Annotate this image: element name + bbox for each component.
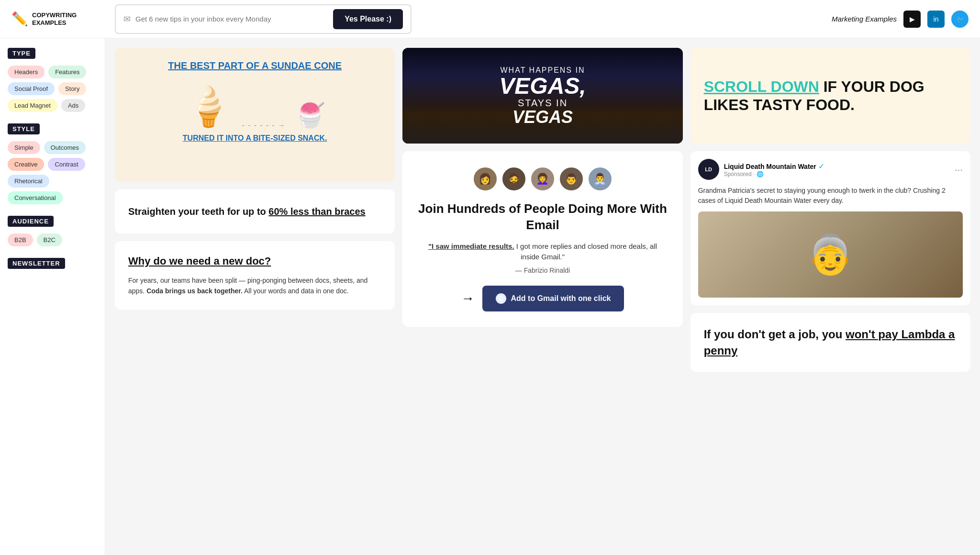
- ld-header: LD Liquid Death Mountain Water ✓ Sponsor…: [698, 159, 963, 180]
- testimonial-italic: "I saw immediate results.: [428, 242, 514, 250]
- style-label: STYLE: [8, 123, 40, 134]
- twitter-icon[interactable]: 🐦: [951, 11, 969, 28]
- tag-contrast[interactable]: Contrast: [48, 158, 85, 171]
- add-to-gmail-button[interactable]: G Add to Gmail with one click: [482, 286, 624, 311]
- small-cone-icon: 🍧: [295, 101, 325, 129]
- email-heading: Join Hundreds of People Doing More With …: [418, 201, 667, 233]
- tag-b2c[interactable]: B2C: [37, 233, 62, 246]
- teeth-card: Straighten your teeth for up to 60% less…: [115, 189, 395, 233]
- yes-please-button[interactable]: Yes Please :): [333, 9, 403, 29]
- tag-lead-magnet[interactable]: Lead Magnet: [8, 99, 57, 112]
- avatar-3: 👩‍🦱: [530, 166, 555, 191]
- audience-filter-group: AUDIENCE B2B B2C: [8, 216, 97, 246]
- email-signup-card: 👩 🧔 👩‍🦱 👨 👨‍💼 Join Hundreds of People Do…: [402, 151, 682, 327]
- newsletter-bar: ✉ Yes Please :): [115, 4, 412, 34]
- tag-rhetorical[interactable]: Rhetorical: [8, 175, 49, 188]
- tag-creative[interactable]: Creative: [8, 158, 44, 171]
- grandma-icon: 👵: [806, 232, 854, 277]
- tag-b2b[interactable]: B2B: [8, 233, 33, 246]
- gmail-icon: G: [496, 293, 506, 304]
- ld-avatar: LD: [698, 159, 719, 180]
- avatar-1: 👩: [473, 166, 498, 191]
- page-wrapper: ✏️ COPYWRITING EXAMPLES ✉ Yes Please :) …: [0, 0, 980, 555]
- tag-features[interactable]: Features: [48, 66, 86, 78]
- ld-more-icon[interactable]: ···: [955, 164, 963, 175]
- ld-name-row: Liquid Death Mountain Water ✓: [724, 162, 825, 171]
- header-right: Marketing Examples ▶ in 🐦: [832, 11, 969, 28]
- vegas-text: WHAT HAPPENS IN VEGAS, STAYS IN VEGAS: [490, 56, 595, 135]
- newsletter-label: NEWSLETTER: [8, 258, 65, 269]
- liquid-death-card: LD Liquid Death Mountain Water ✓ Sponsor…: [690, 151, 970, 305]
- doc-title: Why do we need a new doc?: [128, 255, 381, 268]
- vegas-stays2: VEGAS: [499, 109, 586, 126]
- icecream-headline: THE BEST PART OF A SUNDAE CONE: [168, 59, 342, 72]
- vegas-card: WHAT HAPPENS IN VEGAS, STAYS IN VEGAS: [402, 48, 682, 144]
- avatar-5: 👨‍💼: [588, 166, 612, 191]
- tag-ads[interactable]: Ads: [61, 99, 85, 112]
- avatars-group: 👩 🧔 👩‍🦱 👨 👨‍💼: [473, 166, 612, 191]
- ld-info: Liquid Death Mountain Water ✓ Sponsored …: [724, 162, 825, 178]
- vegas-big: VEGAS,: [499, 75, 586, 98]
- testimonial-attribution: — Fabrizio Rinaldi: [515, 266, 570, 274]
- testimonial-text: "I saw immediate results. I got more rep…: [418, 241, 667, 263]
- audience-tags: B2B B2C: [8, 233, 97, 246]
- type-filter-group: TYPE Headers Features Social Proof Story…: [8, 48, 97, 112]
- youtube-icon[interactable]: ▶: [903, 11, 921, 28]
- tag-conversational[interactable]: Conversational: [8, 191, 63, 204]
- big-cone-icon: 🍦: [185, 84, 233, 129]
- brand-name: Marketing Examples: [832, 15, 897, 23]
- column-1: THE BEST PART OF A SUNDAE CONE 🍦 - - - -…: [115, 48, 395, 545]
- tag-headers[interactable]: Headers: [8, 66, 45, 78]
- tag-simple[interactable]: Simple: [8, 141, 40, 154]
- logo-area: ✏️ COPYWRITING EXAMPLES: [11, 11, 107, 27]
- type-tags: Headers Features Social Proof Story Lead…: [8, 66, 97, 112]
- tag-social-proof[interactable]: Social Proof: [8, 82, 55, 95]
- arrow-icon: →: [461, 291, 475, 306]
- icecream-visual: 🍦 - - - - - - → 🍧: [185, 84, 325, 129]
- doc-card: Why do we need a new doc? For years, our…: [115, 241, 395, 310]
- teeth-text: Straighten your teeth for up to 60% less…: [128, 205, 381, 218]
- avatar-4: 👨: [559, 166, 584, 191]
- audience-label: AUDIENCE: [8, 216, 54, 227]
- tag-story[interactable]: Story: [58, 82, 86, 95]
- vegas-background: WHAT HAPPENS IN VEGAS, STAYS IN VEGAS: [402, 48, 682, 144]
- avatar-2: 🧔: [501, 166, 526, 191]
- doc-body: For years, our teams have been split — p…: [128, 275, 381, 297]
- dog-card: SCROLL DOWN IF YOUR DOG LIKES TASTY FOOD…: [690, 48, 970, 144]
- logo-text: COPYWRITING EXAMPLES: [32, 11, 77, 26]
- linkedin-icon[interactable]: in: [927, 11, 945, 28]
- newsletter-input[interactable]: [135, 15, 328, 23]
- header: ✏️ COPYWRITING EXAMPLES ✉ Yes Please :) …: [0, 0, 980, 38]
- ld-text: Grandma Patricia's secret to staying you…: [698, 186, 963, 206]
- dog-text: SCROLL DOWN IF YOUR DOG LIKES TASTY FOOD…: [704, 78, 957, 114]
- column-3: SCROLL DOWN IF YOUR DOG LIKES TASTY FOOD…: [690, 48, 970, 545]
- sidebar: TYPE Headers Features Social Proof Story…: [0, 38, 105, 555]
- ld-name: Liquid Death Mountain Water: [724, 163, 816, 170]
- ld-sponsored: Sponsored · 🌐: [724, 171, 825, 178]
- pencil-icon: ✏️: [11, 11, 28, 27]
- arrow-cta: → G Add to Gmail with one click: [461, 286, 624, 311]
- style-tags: Simple Outcomes Creative Contrast Rhetor…: [8, 141, 97, 204]
- lambda-text: If you don't get a job, you won't pay La…: [704, 326, 957, 358]
- icecream-card: THE BEST PART OF A SUNDAE CONE 🍦 - - - -…: [115, 48, 395, 182]
- ld-image: 👵: [698, 211, 963, 298]
- scroll-down-text: SCROLL DOWN: [704, 78, 819, 95]
- lambda-underline: won't pay Lambda a penny: [704, 328, 955, 357]
- icecream-subline: TURNED IT INTO A BITE-SIZED SNACK.: [183, 134, 327, 143]
- column-2: WHAT HAPPENS IN VEGAS, STAYS IN VEGAS 👩 …: [402, 48, 682, 545]
- style-filter-group: STYLE Simple Outcomes Creative Contrast …: [8, 123, 97, 204]
- gmail-btn-label: Add to Gmail with one click: [511, 294, 611, 303]
- lambda-card: If you don't get a job, you won't pay La…: [690, 313, 970, 372]
- type-label: TYPE: [8, 48, 35, 59]
- body-wrapper: TYPE Headers Features Social Proof Story…: [0, 38, 980, 555]
- newsletter-filter-group: NEWSLETTER: [8, 258, 97, 276]
- ld-verified-icon: ✓: [818, 162, 824, 170]
- mail-icon: ✉: [123, 14, 131, 24]
- tag-outcomes[interactable]: Outcomes: [44, 141, 86, 154]
- main-content: THE BEST PART OF A SUNDAE CONE 🍦 - - - -…: [105, 38, 980, 555]
